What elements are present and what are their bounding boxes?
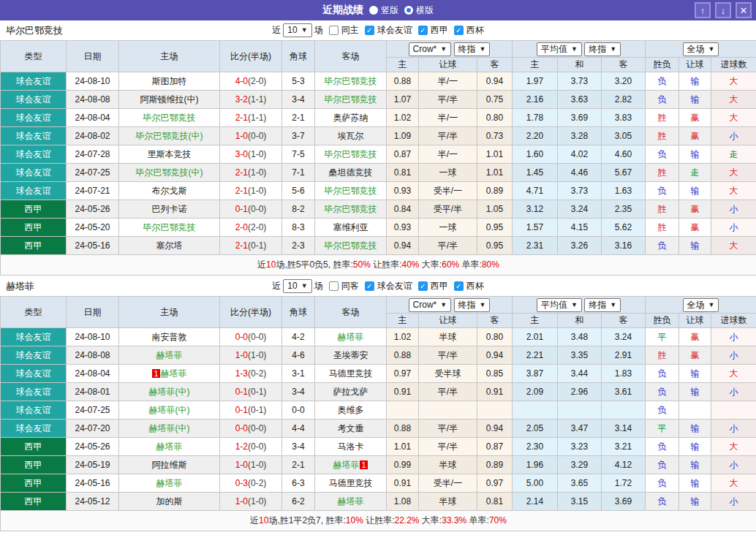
handicap-result-cell: 走: [679, 164, 711, 182]
move-up-button[interactable]: ↑: [695, 2, 711, 18]
avg-home-cell: 1.60: [513, 145, 558, 164]
goals-result-cell: 大: [711, 182, 756, 200]
bookmaker-select[interactable]: Crow*▼: [409, 298, 452, 312]
result-cell: 负: [646, 91, 679, 109]
matches-label: 场: [314, 280, 323, 292]
avg-draw-cell: 3.24: [558, 200, 602, 219]
avg-home-cell: 1.78: [513, 109, 558, 127]
avg-draw-cell: 3.73: [558, 72, 602, 91]
match-type-cell: 西甲: [1, 493, 67, 511]
home-team-cell: 赫塔菲: [119, 346, 220, 365]
away-odds-cell: 0.91: [477, 383, 513, 401]
avg-draw-cell: 3.69: [558, 109, 602, 127]
average-group: 平均值▼ 终指▼: [513, 41, 646, 58]
col-header-away: 客场: [315, 41, 387, 72]
away-team-cell: 毕尔巴鄂竞技: [315, 145, 387, 164]
period-select[interactable]: 全场▼: [683, 42, 719, 56]
result-cell: 负: [646, 456, 679, 474]
friendly-checkbox[interactable]: ✓: [365, 281, 374, 291]
away-odds-cell: 0.94: [477, 346, 513, 365]
same-venue-checkbox[interactable]: [329, 26, 339, 35]
avg-draw-cell: 3.65: [558, 474, 602, 493]
red-card-badge: 1: [152, 369, 159, 378]
average-select[interactable]: 平均值▼: [537, 42, 582, 56]
col-header-corner: 角球: [282, 297, 315, 328]
average-time-select[interactable]: 终指▼: [584, 42, 621, 56]
bookmaker-select[interactable]: Crow*▼: [409, 42, 452, 56]
arrow-up-icon: ↑: [700, 5, 706, 16]
team-label: 塞维利亚: [333, 222, 368, 232]
match-type-cell: 球会友谊: [1, 365, 67, 383]
avg-home-cell: 2.01: [513, 328, 558, 346]
subcol-avg-away: 客: [602, 58, 646, 72]
handicap-cell: 半/一: [419, 145, 477, 164]
match-date-cell: 24-05-26: [67, 438, 119, 456]
result-cell: 胜: [646, 164, 679, 182]
score-cell: 0-3(0-2): [220, 474, 282, 493]
handicap-cell: 平/半: [419, 420, 477, 438]
odds-time-select[interactable]: 终指▼: [454, 298, 491, 312]
same-venue-checkbox[interactable]: [329, 281, 339, 291]
team-label: 斯图加特: [152, 76, 187, 86]
home-team-cell: 赫塔菲(中): [119, 420, 220, 438]
away-team-cell: 赫塔菲1: [315, 456, 387, 474]
match-date-cell: 24-08-01: [67, 383, 119, 401]
laliga-checkbox[interactable]: ✓: [418, 26, 428, 35]
away-team-cell: 塞维利亚: [315, 219, 387, 237]
radio-horizontal-layout[interactable]: 横版: [404, 4, 434, 17]
result-cell: 负: [646, 72, 679, 91]
chevron-down-icon: ▼: [708, 300, 715, 311]
copa-checkbox[interactable]: ✓: [454, 281, 464, 291]
radio-vertical-layout[interactable]: 竖版: [369, 4, 398, 17]
home-team-cell: 毕尔巴鄂竞技: [119, 219, 220, 237]
away-team-cell: 毕尔巴鄂竞技: [315, 182, 387, 200]
match-row: 球会友谊 24-08-10 南安普敦 0-0(0-0) 4-2 赫塔菲 1.02…: [1, 328, 756, 346]
home-odds-cell: 1.08: [387, 493, 419, 511]
avg-away-cell: 3.69: [602, 493, 646, 511]
handicap-cell: 平/半: [419, 127, 477, 145]
laliga-checkbox[interactable]: ✓: [418, 281, 428, 291]
average-time-select[interactable]: 终指▼: [584, 298, 621, 312]
average-group: 平均值▼ 终指▼: [513, 297, 646, 314]
match-row: 球会友谊 24-08-01 赫塔菲(中) 0-1(0-1) 3-4 萨拉戈萨 0…: [1, 383, 756, 401]
handicap-cell: 半球: [419, 328, 477, 346]
odds-time-select[interactable]: 终指▼: [454, 42, 491, 56]
goals-result-cell: 小: [711, 456, 756, 474]
friendly-checkbox[interactable]: ✓: [365, 26, 374, 35]
home-team-cell: 毕尔巴鄂竞技: [119, 109, 220, 127]
close-button[interactable]: ✕: [736, 2, 752, 18]
subcol-goals: 进球数: [711, 58, 756, 72]
corner-cell: 3-4: [282, 383, 315, 401]
team-label: 赫塔菲: [156, 350, 183, 360]
home-odds-cell: 0.87: [387, 145, 419, 164]
team-label: 奥维多: [338, 405, 364, 415]
away-team-cell: 圣埃蒂安: [315, 346, 387, 365]
move-down-button[interactable]: ↓: [715, 2, 731, 18]
match-row: 西甲 24-05-26 赫塔菲 1-2(0-0) 3-4 马洛卡 1.01 平/…: [1, 438, 756, 456]
away-odds-cell: 0.73: [477, 127, 513, 145]
team-label: 塞尔塔: [156, 240, 183, 251]
match-row: 球会友谊 24-08-10 斯图加特 4-0(2-0) 5-3 毕尔巴鄂竞技 0…: [1, 72, 756, 91]
home-odds-cell: 0.99: [387, 456, 419, 474]
same-venue-label: 同主: [341, 24, 359, 37]
col-header-home: 主场: [119, 297, 220, 328]
average-select[interactable]: 平均值▼: [537, 298, 582, 312]
chevron-down-icon: ▼: [301, 281, 308, 292]
score-cell: 3-0(1-0): [220, 145, 282, 164]
score-cell: 2-1(0-1): [220, 237, 282, 255]
home-team-cell: 里斯本竞技: [119, 145, 220, 164]
match-count-select[interactable]: 10 ▼: [283, 279, 311, 293]
goals-result-cell: 大: [711, 91, 756, 109]
home-team-cell: 阿斯顿维拉(中): [119, 91, 220, 109]
avg-away-cell: 2.82: [602, 91, 646, 109]
match-row: 球会友谊 24-07-25 毕尔巴鄂竞技(中) 2-1(1-0) 7-1 桑坦德…: [1, 164, 756, 182]
match-count-select[interactable]: 10 ▼: [283, 23, 311, 37]
avg-home-cell: [513, 401, 558, 420]
match-date-cell: 24-08-02: [67, 127, 119, 145]
handicap-result-cell: 赢: [679, 328, 711, 346]
result-cell: 负: [646, 474, 679, 493]
team-label: 赫塔菲: [338, 496, 364, 506]
period-select[interactable]: 全场▼: [683, 298, 719, 312]
copa-checkbox[interactable]: ✓: [454, 26, 464, 35]
score-cell: 0-1(0-0): [220, 200, 282, 219]
